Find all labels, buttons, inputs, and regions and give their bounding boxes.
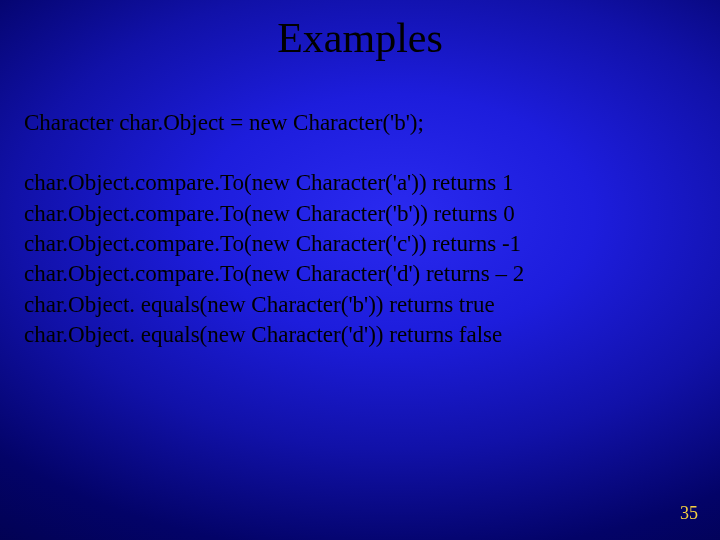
code-declaration: Character char.Object = new Character('b… — [24, 108, 696, 138]
code-line: char.Object. equals(new Character('b')) … — [24, 290, 696, 320]
slide-body: Character char.Object = new Character('b… — [0, 108, 720, 351]
blank-line — [24, 138, 696, 168]
slide: Examples Character char.Object = new Cha… — [0, 0, 720, 540]
code-line: char.Object.compare.To(new Character('c'… — [24, 229, 696, 259]
code-line: char.Object.compare.To(new Character('b'… — [24, 199, 696, 229]
page-number: 35 — [680, 503, 698, 524]
code-line: char.Object.compare.To(new Character('d'… — [24, 259, 696, 289]
code-line: char.Object.compare.To(new Character('a'… — [24, 168, 696, 198]
code-line: char.Object. equals(new Character('d')) … — [24, 320, 696, 350]
slide-title: Examples — [0, 0, 720, 62]
